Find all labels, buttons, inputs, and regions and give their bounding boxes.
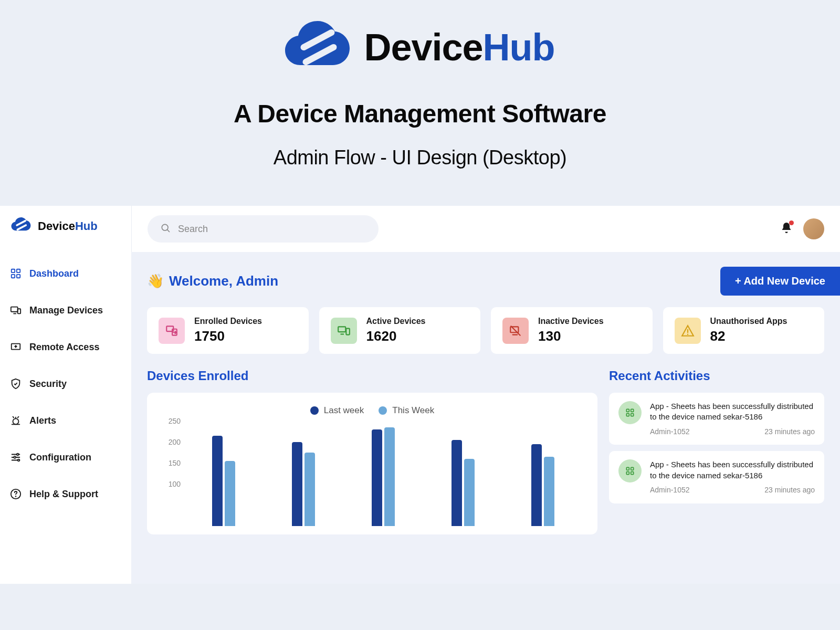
- sidebar-item-label: Remote Access: [29, 342, 99, 353]
- notifications-button[interactable]: [780, 222, 793, 236]
- sidebar-item-manage-devices[interactable]: Manage Devices: [7, 301, 124, 320]
- stat-row: Enrolled Devices 1750 Active Devices 162…: [147, 307, 824, 354]
- search-input[interactable]: [178, 224, 366, 235]
- warning-icon: [675, 318, 701, 344]
- bar-group: [423, 421, 503, 526]
- svg-point-12: [17, 454, 19, 456]
- sidebar-item-label: Dashboard: [29, 268, 79, 279]
- legend-item-last-week[interactable]: Last week: [310, 405, 364, 416]
- svg-point-11: [13, 418, 19, 424]
- bar-group: [264, 421, 343, 526]
- svg-rect-29: [626, 472, 629, 475]
- sidebar-item-label: Help & Support: [29, 489, 98, 500]
- bar-this-week[interactable]: [384, 427, 395, 526]
- activity-author: Admin-1052: [650, 427, 690, 437]
- bar-last-week[interactable]: [452, 440, 462, 526]
- stat-label: Unauthorised Apps: [710, 317, 788, 326]
- activity-author: Admin-1052: [650, 485, 690, 495]
- bar-last-week[interactable]: [531, 444, 542, 526]
- stat-value: 1750: [194, 328, 262, 344]
- bar-last-week[interactable]: [372, 429, 382, 526]
- sidebar-item-alerts[interactable]: Alerts: [7, 411, 124, 430]
- activity-text: App - Sheets has been successfully distr…: [650, 459, 815, 481]
- sidebar-logo[interactable]: DeviceHub: [7, 217, 124, 235]
- bar-this-week[interactable]: [544, 457, 554, 526]
- legend-dot-icon: [310, 406, 319, 415]
- activity-time: 23 minutes ago: [764, 427, 815, 437]
- stat-value: 1620: [366, 328, 426, 344]
- y-tick-label: 200: [162, 438, 181, 446]
- svg-rect-28: [631, 468, 634, 470]
- svg-rect-30: [631, 472, 634, 475]
- dashboard-icon: [9, 267, 22, 280]
- stat-value: 130: [538, 328, 604, 344]
- sidebar-item-security[interactable]: Security: [7, 374, 124, 393]
- sidebar-item-dashboard[interactable]: Dashboard: [7, 264, 124, 283]
- sidebar-item-remote-access[interactable]: Remote Access: [7, 338, 124, 356]
- stat-card-inactive[interactable]: Inactive Devices 130: [491, 307, 653, 354]
- shield-icon: [9, 377, 22, 390]
- brand-wordmark: DeviceHub: [364, 26, 554, 69]
- svg-rect-9: [18, 309, 20, 313]
- app-grid-icon: [618, 401, 642, 424]
- svg-point-16: [16, 496, 16, 497]
- activity-item[interactable]: App - Sheets has been successfully distr…: [609, 451, 824, 503]
- recent-activities-section: Recent Activities App - Sheets has been …: [609, 369, 824, 534]
- chart-legend: Last week This Week: [162, 405, 583, 416]
- svg-rect-26: [631, 414, 634, 416]
- sidebar-item-label: Alerts: [29, 415, 56, 426]
- activity-item[interactable]: App - Sheets has been successfully distr…: [609, 393, 824, 445]
- hero-logo: DeviceHub: [285, 21, 554, 74]
- avatar[interactable]: [803, 218, 824, 239]
- remote-access-icon: [9, 341, 22, 353]
- bar-group: [503, 421, 583, 526]
- stat-card-active[interactable]: Active Devices 1620: [319, 307, 481, 354]
- stat-value: 82: [710, 328, 788, 344]
- svg-rect-6: [12, 275, 15, 278]
- sidebar-brand-text: DeviceHub: [38, 219, 98, 233]
- hero-headline: A Device Management Software: [0, 99, 840, 128]
- search-box[interactable]: [148, 215, 379, 243]
- activity-time: 23 minutes ago: [764, 485, 815, 495]
- section-title-recent: Recent Activities: [609, 369, 824, 383]
- sidebar: DeviceHub Dashboard Manage Devices Remot…: [0, 206, 131, 584]
- svg-point-13: [14, 456, 16, 458]
- hero-banner: DeviceHub A Device Management Software A…: [0, 0, 840, 195]
- svg-point-14: [18, 459, 20, 461]
- help-icon: [9, 488, 22, 500]
- bar-group: [184, 421, 264, 526]
- chart-plot: 250200150100: [184, 421, 583, 526]
- sidebar-item-configuration[interactable]: Configuration: [7, 448, 124, 467]
- search-icon: [160, 223, 171, 235]
- devices-icon: [9, 304, 22, 317]
- section-title-chart: Devices Enrolled: [147, 369, 597, 383]
- bar-this-week[interactable]: [225, 461, 235, 526]
- y-tick-label: 150: [162, 459, 181, 467]
- bar-this-week[interactable]: [464, 459, 475, 526]
- app-shell: DeviceHub Dashboard Manage Devices Remot…: [0, 206, 840, 584]
- bar-this-week[interactable]: [304, 453, 315, 526]
- svg-rect-4: [12, 269, 15, 272]
- svg-rect-24: [631, 409, 634, 412]
- stat-card-enrolled[interactable]: Enrolled Devices 1750: [147, 307, 309, 354]
- svg-rect-25: [626, 414, 629, 416]
- sidebar-nav: Dashboard Manage Devices Remote Access S…: [7, 264, 124, 503]
- y-tick-label: 250: [162, 417, 181, 425]
- stat-label: Active Devices: [366, 317, 426, 326]
- notification-dot-icon: [789, 220, 794, 225]
- hero-subheadline: Admin Flow - UI Design (Desktop): [0, 146, 840, 169]
- chart-section: Devices Enrolled Last week This Week 250…: [147, 369, 597, 534]
- bar-last-week[interactable]: [292, 442, 302, 526]
- legend-label: This Week: [392, 405, 434, 416]
- add-device-button[interactable]: + Add New Device: [720, 267, 840, 296]
- svg-rect-21: [346, 328, 350, 334]
- bar-last-week[interactable]: [212, 436, 223, 526]
- alert-icon: [9, 414, 22, 427]
- legend-dot-icon: [379, 406, 387, 415]
- sidebar-item-help[interactable]: Help & Support: [7, 485, 124, 503]
- legend-item-this-week[interactable]: This Week: [379, 405, 434, 416]
- stat-card-unauthorised[interactable]: Unauthorised Apps 82: [663, 307, 825, 354]
- sidebar-item-label: Configuration: [29, 452, 91, 463]
- svg-rect-20: [338, 327, 345, 332]
- sidebar-item-label: Security: [29, 379, 67, 390]
